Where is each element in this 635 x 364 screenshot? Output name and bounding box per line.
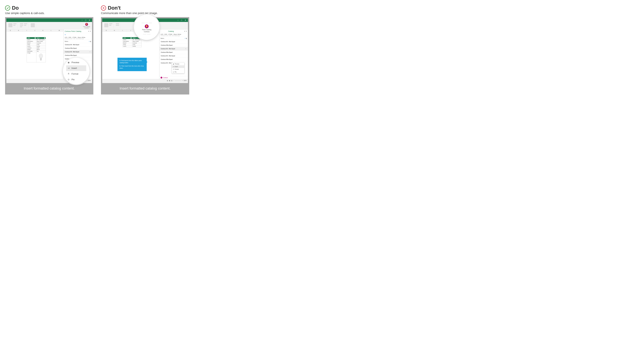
magnifier-context-menu: ◉Preview ⇥Insert ≛Format ⊙Pin [63,58,90,84]
preview-icon: ◉ [173,63,174,65]
list-item[interactable]: Contoso 85w Equal [159,50,188,54]
list-item[interactable]: Contoso 85w Equal [159,44,188,47]
zoom-in-icon[interactable]: + [86,80,87,81]
zoom-level: 100% [88,80,91,81]
maximize-icon[interactable]: □ [85,19,86,21]
list-item[interactable]: Contoso 85w Equal [64,46,92,50]
footer-user: Contoso [163,77,168,78]
svg-rect-2 [40,60,41,60]
pin-icon: ⊙ [173,71,174,73]
window-titlebar: − □ ✕ [6,18,92,22]
menu-format[interactable]: ≛Format [66,71,86,77]
view-normal-icon[interactable]: ▤ [167,80,168,81]
instruction-callout: A. First launch from the ribbon parts ca… [117,58,147,71]
menu-pin[interactable]: ⊙Pin [172,71,184,73]
menu-insert[interactable]: ⇥Insert [66,65,86,71]
ribbon: 💡 Parts Catalog Contoso [6,22,92,30]
pin-icon: ⊙ [67,78,70,81]
x-icon [101,6,106,10]
pane-close-icon[interactable]: ✕ [90,30,91,32]
avatar: C [160,77,162,78]
zoom-in-icon[interactable]: + [182,80,183,81]
breadcrumb: LED - R30 - 2700K - Warm White [160,34,187,35]
pane-title: Catalog [160,30,174,32]
dont-subtitle: Communicate more than one point per imag… [101,12,189,15]
menu-insert[interactable]: ⇥Insert [172,65,184,68]
do-column: Do Use simple captions & call-outs. − □ … [5,5,93,94]
list-view-icon[interactable]: ≡ [89,41,90,42]
svg-rect-1 [40,58,42,60]
magnifier-ribbon-button: 💡 Parts Catalog Contoso [134,14,159,40]
list-item[interactable]: Contoso 85w Equal [64,54,92,57]
filter-icon[interactable]: ▾ [35,38,36,38]
sort-icon[interactable]: ↓ [164,38,165,39]
sort-icon[interactable]: ↓ [68,41,69,42]
menu-pin[interactable]: ⊙Pin [66,77,86,82]
dont-column: Don't Communicate more than one point pe… [101,5,189,94]
zoom-level: 100% [183,80,187,81]
pane-close-icon[interactable]: ✕ [185,30,187,32]
svg-point-0 [39,54,43,58]
filter-icon[interactable]: ▾ [131,38,132,38]
grid-view-icon[interactable]: ▦ [186,38,187,39]
hamburger-icon[interactable]: ≡ [64,33,92,36]
spreadsheet-grid[interactable]: GHIJKLM Lable▾ Value▾ Name60 - 65w Equal… [6,30,64,79]
dont-frame: − □ ✕ GHIJKLM [101,17,189,94]
do-subtitle: Use simple captions & call-outs. [5,12,93,15]
ribbon-addin-button[interactable]: 💡 Parts Catalog Contoso [82,23,91,29]
context-menu: ◉Preview ⇥Insert ≛Format ⊙Pin [172,62,184,74]
column-headers: GHIJKLM [6,30,63,32]
view-break-icon[interactable]: ▥ [171,80,172,81]
do-caption: Insert formatted catalog content. [6,83,92,93]
list-item[interactable]: Contoso 60 - 65w Equal [159,54,188,58]
maximize-icon[interactable]: □ [181,19,182,21]
view-layout-icon[interactable]: ▦ [169,80,170,81]
format-icon: ≛ [67,72,70,75]
zoom-out-icon[interactable]: − [173,80,174,81]
dont-heading: Don't [108,5,121,11]
product-image [36,52,46,62]
inserted-table: Lable▾ Value▾ Name60 - 65w Equal Descrip… [123,37,142,47]
insert-icon: ⇥ [173,66,174,67]
more-icon[interactable]: ⋯ [185,48,187,50]
list-item[interactable]: Contoso 85w Equal [159,58,188,61]
menu-format[interactable]: ≛Format [172,68,184,71]
insert-icon: ⇥ [67,67,70,70]
do-heading: Do [12,5,19,11]
list-item[interactable]: Contoso 60 - 65w Equal⋯ [159,47,188,50]
check-icon [5,6,10,10]
list-item[interactable]: Contoso 60 - 65w Equal [64,43,92,46]
menu-preview[interactable]: ◉Preview [66,60,86,65]
list-view-icon[interactable]: ≡ [185,38,185,39]
minimize-icon[interactable]: − [82,19,83,21]
preview-icon: ◉ [67,61,70,64]
menu-preview[interactable]: ◉Preview [172,63,184,65]
close-icon[interactable]: ✕ [89,19,90,21]
more-icon[interactable]: ⋯ [89,51,91,52]
close-icon[interactable]: ✕ [185,19,186,21]
breadcrumb: LED - R30 - 2700K - Warm White [65,37,91,38]
grid-view-icon[interactable]: ▦ [90,41,91,42]
minimize-icon[interactable]: − [177,19,178,21]
list-item[interactable]: Contoso 60 - 65w Equal⋯ [64,50,92,54]
status-bar: ▤ ▦ ▥ −+100% [102,79,188,82]
pane-title: Contoso Parts Catalog [65,30,81,32]
filter-icon[interactable]: ▾ [44,38,45,38]
format-icon: ≛ [173,68,174,70]
lightbulb-icon: 💡 [145,24,149,28]
lightbulb-icon: 💡 [85,23,88,26]
inserted-table: Lable▾ Value▾ Name60 - 65w Equal Descrip… [27,37,46,62]
list-item[interactable]: Contoso 60 - 65w Equal [159,40,188,44]
dont-caption: Insert formatted catalog content. [102,83,188,93]
do-frame: − □ ✕ 💡 Parts Catalog Contoso [5,17,93,94]
